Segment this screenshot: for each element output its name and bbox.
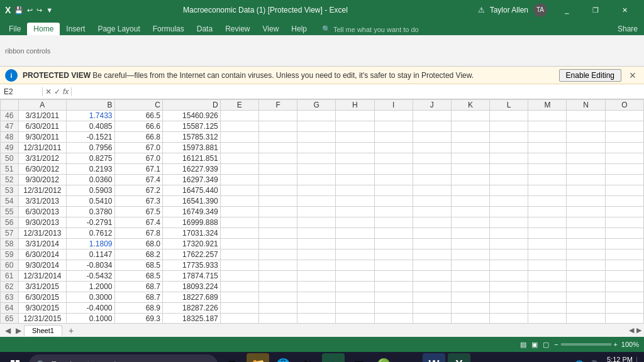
cell[interactable]: 18287.226	[163, 303, 221, 314]
cell[interactable]	[374, 121, 413, 132]
cell[interactable]	[413, 111, 451, 121]
cell[interactable]	[413, 175, 451, 185]
cell[interactable]: 67.2	[114, 185, 162, 196]
cell[interactable]	[528, 217, 567, 228]
cell[interactable]	[413, 185, 451, 196]
cell[interactable]: 67.8	[114, 228, 162, 239]
cell[interactable]: 17320.921	[163, 239, 221, 250]
cell[interactable]	[374, 185, 413, 196]
cell[interactable]: 12/31/2014	[18, 271, 66, 282]
cell[interactable]	[490, 303, 528, 314]
cell[interactable]	[374, 228, 413, 239]
cell[interactable]	[528, 153, 567, 164]
cell[interactable]	[297, 303, 336, 314]
cell[interactable]: 67.4	[114, 217, 162, 228]
cell[interactable]	[374, 282, 413, 292]
cell[interactable]	[297, 207, 336, 217]
cell[interactable]	[451, 196, 489, 207]
customize-icon[interactable]: ▼	[46, 6, 53, 14]
cell[interactable]: 12/31/2012	[18, 185, 66, 196]
cell[interactable]	[374, 239, 413, 250]
cell[interactable]	[336, 314, 374, 324]
col-header-i[interactable]: I	[374, 100, 413, 111]
cell[interactable]: 3/31/2015	[18, 282, 66, 292]
cell[interactable]	[528, 303, 567, 314]
col-header-l[interactable]: L	[490, 100, 528, 111]
cell[interactable]: 67.0	[114, 143, 162, 153]
task-view-button[interactable]: ⧉	[221, 353, 244, 362]
cell[interactable]	[567, 260, 605, 271]
cell[interactable]	[490, 292, 528, 303]
cell[interactable]: 17874.715	[163, 271, 221, 282]
cell[interactable]	[220, 292, 258, 303]
cell[interactable]	[336, 132, 374, 143]
cell[interactable]	[220, 153, 258, 164]
cell[interactable]: 0.3000	[67, 292, 114, 303]
cell[interactable]	[567, 185, 605, 196]
cell[interactable]	[297, 132, 336, 143]
cell[interactable]	[297, 292, 336, 303]
cell[interactable]	[567, 228, 605, 239]
cell[interactable]	[528, 164, 567, 175]
cell[interactable]	[258, 239, 297, 250]
cell[interactable]	[528, 314, 567, 324]
cell[interactable]	[490, 207, 528, 217]
cell[interactable]	[605, 175, 643, 185]
cell[interactable]	[374, 303, 413, 314]
cell[interactable]	[220, 250, 258, 260]
cell[interactable]	[258, 153, 297, 164]
cell[interactable]	[451, 250, 489, 260]
cell[interactable]	[297, 271, 336, 282]
cell[interactable]	[528, 132, 567, 143]
view-break-icon[interactable]: ▢	[543, 341, 549, 349]
cell[interactable]	[374, 132, 413, 143]
cell-reference-box[interactable]: E2	[0, 87, 43, 96]
cell[interactable]	[567, 111, 605, 121]
cell[interactable]: 9/30/2014	[18, 260, 66, 271]
cell[interactable]: 1.7433	[67, 111, 114, 121]
cell[interactable]: 0.4085	[67, 121, 114, 132]
cell[interactable]	[413, 271, 451, 282]
share-button[interactable]: Share	[618, 25, 638, 33]
tab-page-layout[interactable]: Page Layout	[91, 23, 146, 35]
cell[interactable]	[528, 239, 567, 250]
cell[interactable]	[567, 314, 605, 324]
green-app-button[interactable]: 🟢	[372, 353, 395, 362]
cell[interactable]	[567, 196, 605, 207]
cell[interactable]	[220, 282, 258, 292]
cell[interactable]	[258, 143, 297, 153]
cell[interactable]: 16227.939	[163, 164, 221, 175]
cell[interactable]: 9/30/2011	[18, 132, 66, 143]
col-header-n[interactable]: N	[567, 100, 605, 111]
cell[interactable]	[528, 196, 567, 207]
cell[interactable]	[490, 282, 528, 292]
cell[interactable]	[490, 111, 528, 121]
cell[interactable]	[567, 153, 605, 164]
cell[interactable]	[258, 217, 297, 228]
col-header-c[interactable]: C	[114, 100, 162, 111]
cell[interactable]	[220, 175, 258, 185]
show-desktop-button[interactable]	[636, 357, 639, 362]
cell[interactable]	[374, 314, 413, 324]
cell[interactable]	[336, 217, 374, 228]
col-header-f[interactable]: F	[258, 100, 297, 111]
cell[interactable]: 0.0360	[67, 175, 114, 185]
cell[interactable]	[220, 228, 258, 239]
cell[interactable]: 66.6	[114, 121, 162, 132]
cell[interactable]	[451, 314, 489, 324]
excel-button[interactable]: X	[448, 353, 470, 362]
cell[interactable]	[413, 217, 451, 228]
cell[interactable]	[605, 143, 643, 153]
cell[interactable]	[220, 121, 258, 132]
cell[interactable]	[413, 143, 451, 153]
cell[interactable]	[220, 143, 258, 153]
cell[interactable]: -0.2791	[67, 217, 114, 228]
col-header-o[interactable]: O	[605, 100, 643, 111]
cell[interactable]: 15785.312	[163, 132, 221, 143]
cell[interactable]: 67.1	[114, 164, 162, 175]
cell[interactable]	[490, 185, 528, 196]
cell[interactable]	[490, 271, 528, 282]
cell[interactable]	[374, 271, 413, 282]
cell[interactable]	[605, 303, 643, 314]
cell[interactable]: -0.5432	[67, 271, 114, 282]
